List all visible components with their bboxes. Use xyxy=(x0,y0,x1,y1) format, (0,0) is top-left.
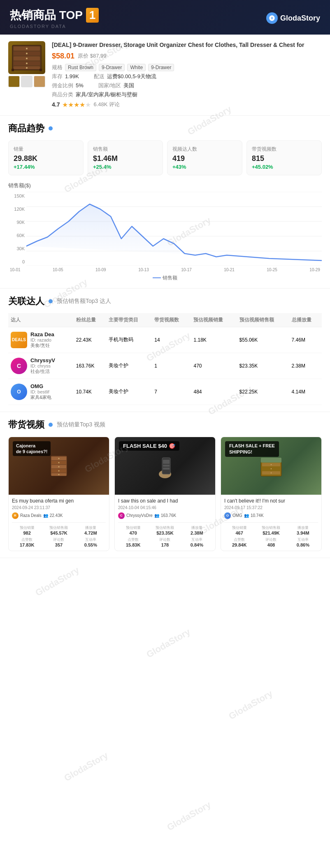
video-date-1: 2024-09-24 23:11:37 xyxy=(12,505,106,510)
logo: GlodaStory xyxy=(266,12,320,24)
author-avatar-3: O xyxy=(224,512,231,519)
inf-video-count-1: 14 xyxy=(152,327,191,353)
svg-point-7 xyxy=(26,53,28,54)
inf-est-revenue-2: $23.35K xyxy=(237,353,289,379)
video-card-1: Cajonerade 9 cajones?! Es muy buena ofer… xyxy=(8,437,109,551)
videos-section-header: 带货视频 预估销量Top3 视频 xyxy=(8,419,322,431)
spec-rust-brown: Rust Brown xyxy=(65,64,96,71)
stat-est-revenue-1: 预估销售额 $45.57K xyxy=(44,525,74,535)
spec-9drawer-1: 9-Drawer xyxy=(99,64,125,71)
influencer-section-header: 关联达人 预估销售额Top3 达人 xyxy=(8,295,322,307)
col-video-count: 带货视频数 xyxy=(152,313,191,327)
col-influencer: 达人 xyxy=(8,313,74,327)
inf-video-count-2: 1 xyxy=(152,353,191,379)
trend-title-dot xyxy=(49,126,53,130)
chart-title: 销售额($) xyxy=(8,182,322,189)
stat-likes-1: 点赞数 17.83K xyxy=(12,537,42,547)
spec-row-variants: 规格 Rust Brown 9-Drawer White 9-Drawer xyxy=(52,64,322,71)
video-overlay-2: FLASH SALE $40 🎯 xyxy=(119,441,179,451)
inf-main-cat-2: 美妆个护 xyxy=(106,353,152,379)
top1-badge: 1 xyxy=(86,8,99,23)
video-stats-top-1: 预估销量 982 预估销售额 $45.57K 播放量 4.72M xyxy=(12,522,106,535)
inf-name-3: OMG xyxy=(30,383,51,389)
logo-icon xyxy=(266,12,278,24)
stat-plays-1: 播放量 4.72M xyxy=(76,525,106,535)
metric-change-1: +25.4% xyxy=(93,164,158,170)
thumb-1 xyxy=(8,76,20,87)
inf-name-2: ChryssyV xyxy=(30,357,55,363)
chart-legend: 销售额 xyxy=(8,275,322,282)
stat-est-sales-1: 预估销量 982 xyxy=(12,525,42,535)
stat-est-sales-3: 预估销量 467 xyxy=(224,525,254,535)
col-plays: 总播放量 xyxy=(289,313,322,327)
price-original-label: 原价 $87.99 xyxy=(78,52,106,60)
col-fans: 粉丝总量 xyxy=(74,313,106,327)
metric-change-2: +43% xyxy=(172,164,237,170)
stat-plays-3: 播放量 3.94M xyxy=(288,525,318,535)
inf-main-cat-3: 美妆个护 xyxy=(106,379,152,405)
inf-category-tag-3: 家具&家电 xyxy=(30,394,51,400)
inf-est-sales-2: 470 xyxy=(191,353,237,379)
video-info-1: Es muy buena oferta mi gen 2024-09-24 23… xyxy=(9,495,109,551)
metric-name-3: 带货视频数 xyxy=(252,146,316,153)
inf-id-3: ID: bestlif xyxy=(30,389,51,394)
svg-rect-34 xyxy=(163,468,170,470)
col-category: 主要带货类目 xyxy=(106,313,152,327)
metric-card-influencers: 视频达人数 419 +43% xyxy=(167,140,242,175)
video-date-2: 2024-10-04 04:15:46 xyxy=(118,505,212,510)
dresser-illustration xyxy=(10,43,43,72)
svg-point-26 xyxy=(58,462,60,463)
videos-section: 带货视频 预估销量Top3 视频 xyxy=(0,412,330,558)
legend-dot xyxy=(153,277,161,278)
video-card-3: FLASH SALE + FREESHIPPING! I can't belie… xyxy=(221,437,322,551)
inf-fans-1: 22.43K xyxy=(74,327,106,353)
inf-cell-2: C ChryssyV ID: chryss 社会/生活 xyxy=(8,353,74,379)
svg-point-8 xyxy=(26,58,28,59)
video-dresser-icon xyxy=(46,454,71,478)
video-thumb-3: FLASH SALE + FREESHIPPING! xyxy=(221,437,321,495)
svg-rect-11 xyxy=(12,69,14,71)
stat-plays-2: 播放量 2.38M xyxy=(182,525,212,535)
video-stats-bottom-1: 点赞数 17.83K 评论数 357 互动率 0.55% xyxy=(12,535,106,547)
product-specs: 规格 Rust Brown 9-Drawer White 9-Drawer 库存… xyxy=(52,64,322,98)
y-axis: 150K 120K 90K 60K 30K 0 xyxy=(8,192,25,266)
inf-est-revenue-3: $22.25K xyxy=(237,379,289,405)
rating-stars: ★★★★★ xyxy=(62,101,91,109)
videos-grid: Cajonerade 9 cajones?! Es muy buena ofer… xyxy=(8,437,322,551)
review-count: 6.48K 评论 xyxy=(93,101,120,108)
influencer-section: 关联达人 预估销售额Top3 达人 达人 粉丝总量 主要带货类目 带货视频数 预… xyxy=(0,289,330,412)
rating-row: 4.7 ★★★★★ 6.48K 评论 xyxy=(52,101,322,109)
video-overlay-1: Cajonerade 9 cajones?! xyxy=(13,441,51,456)
avatar-3: O xyxy=(11,384,27,400)
svg-rect-12 xyxy=(40,69,42,71)
metric-value-2: 419 xyxy=(172,154,237,163)
inf-name-1: Raza Dea xyxy=(30,331,54,337)
x-axis-labels: 10-01 10-05 10-09 10-13 10-17 10-21 10-2… xyxy=(8,268,322,272)
svg-point-41 xyxy=(271,468,272,469)
author-avatar-1: R xyxy=(12,512,19,519)
svg-point-9 xyxy=(26,63,28,64)
video-stats-bottom-2: 点赞数 15.83K 评论数 178 互动率 0.84% xyxy=(118,535,212,547)
product-price: $58.01 原价 $87.99 xyxy=(52,52,322,61)
metric-value-0: 29.88K xyxy=(14,154,78,163)
metric-name-0: 销量 xyxy=(14,146,78,153)
video-title-1: Es muy buena oferta mi gen xyxy=(12,498,106,504)
product-main-image xyxy=(8,41,45,74)
influencer-table: 达人 粉丝总量 主要带货类目 带货视频数 预估视频销量 预估视频销售额 总播放量… xyxy=(8,313,322,405)
video-overlay-3: FLASH SALE + FREESHIPPING! xyxy=(225,441,279,457)
stat-engagement-1: 互动率 0.55% xyxy=(76,537,106,547)
video-info-3: I can't believe it!! I'm not sur 2024-09… xyxy=(221,495,321,551)
svg-point-29 xyxy=(58,474,60,475)
inf-plays-2: 2.38M xyxy=(289,353,322,379)
table-row: O OMG ID: bestlif 家具&家电 10.74K 美妆个护 7 48… xyxy=(8,379,322,405)
inf-cell-1: DEALS Raza Dea ID: razado 美食/烹饪 xyxy=(8,327,74,353)
table-header-row: 达人 粉丝总量 主要带货类目 带货视频数 预估视频销量 预估视频销售额 总播放量 xyxy=(8,313,322,327)
metric-name-1: 销售额 xyxy=(93,146,158,153)
svg-point-10 xyxy=(26,67,28,69)
chart-svg xyxy=(26,192,322,266)
svg-point-28 xyxy=(58,470,60,471)
inf-est-sales-3: 484 xyxy=(191,379,237,405)
stat-comments-2: 评论数 178 xyxy=(150,537,180,547)
metric-value-3: 815 xyxy=(252,154,316,163)
influencer-title-dot xyxy=(49,299,53,303)
